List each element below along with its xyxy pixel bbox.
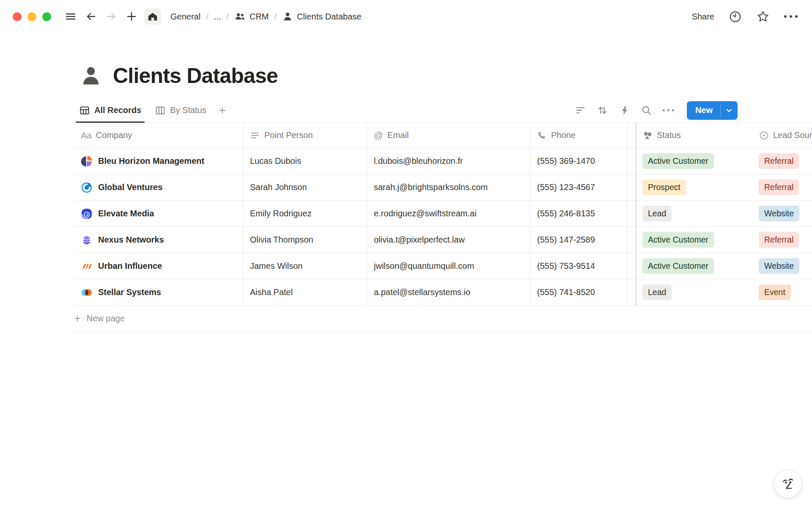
forward-icon[interactable]	[104, 9, 119, 24]
company-cell[interactable]: Global Ventures	[74, 174, 243, 200]
email-link[interactable]: l.dubois@bleuhorizon.fr	[374, 156, 463, 166]
point-person-cell[interactable]: Lucas Dubois	[243, 148, 367, 174]
breadcrumb-label: CRM	[250, 12, 269, 22]
favorite-star-icon[interactable]	[756, 10, 770, 23]
clock-updates-icon[interactable]	[729, 10, 742, 23]
lead-source-cell[interactable]: Website	[752, 201, 812, 226]
company-name[interactable]: Global Ventures	[98, 182, 162, 192]
breadcrumb-separator: /	[206, 12, 208, 22]
point-person-cell[interactable]: Emily Rodriguez	[243, 201, 367, 226]
point-person-cell[interactable]: James Wilson	[243, 253, 367, 279]
company-name[interactable]: Urban Influence	[98, 261, 162, 271]
breadcrumb-clients-database[interactable]: Clients Database	[280, 10, 363, 23]
email-cell[interactable]: sarah.j@brightsparksolns.com	[367, 174, 530, 200]
phone-cell[interactable]: (555) 741-8520	[530, 279, 627, 305]
phone-cell[interactable]: (555) 369-1470	[530, 148, 627, 174]
company-name[interactable]: Bleu Horizon Management	[98, 156, 204, 166]
email-link[interactable]: jwilson@quantumquill.com	[374, 261, 474, 271]
company-cell[interactable]: Stellar Systems	[74, 279, 243, 305]
add-view-icon[interactable]: +	[215, 104, 230, 117]
text-lines-icon	[250, 130, 260, 141]
status-cell[interactable]: Prospect	[636, 174, 752, 200]
zoom-window-button[interactable]	[42, 12, 51, 21]
more-options-icon[interactable]	[784, 15, 798, 18]
lead-source-cell[interactable]: Referral	[752, 227, 812, 253]
phone-link[interactable]: (555) 741-8520	[537, 287, 595, 297]
share-button[interactable]: Share	[692, 12, 714, 22]
minimize-window-button[interactable]	[27, 12, 36, 21]
new-record-button[interactable]: New	[687, 101, 738, 120]
company-name[interactable]: Stellar Systems	[98, 287, 161, 297]
column-header-email[interactable]: @Email	[367, 123, 530, 148]
table-row: Nexus Networks Olivia Thompson olivia.t@…	[74, 227, 812, 253]
close-window-button[interactable]	[13, 12, 22, 21]
point-person-cell[interactable]: Olivia Thompson	[243, 227, 367, 253]
company-logo-icon	[81, 234, 93, 246]
phone-cell[interactable]: (555) 753-9514	[530, 253, 627, 279]
column-header-point-person[interactable]: Point Person	[243, 123, 367, 148]
phone-cell[interactable]: (555) 123-4567	[530, 174, 627, 200]
email-cell[interactable]: l.dubois@bleuhorizon.fr	[367, 148, 530, 174]
column-header-status[interactable]: Status	[636, 123, 752, 148]
breadcrumb-general[interactable]: General	[169, 11, 202, 22]
filter-icon[interactable]	[573, 102, 589, 119]
email-link[interactable]: olivia.t@pixelperfect.law	[374, 235, 465, 245]
email-link[interactable]: a.patel@stellarsystems.io	[374, 287, 470, 297]
lead-source-cell[interactable]: Referral	[752, 174, 812, 200]
page-person-icon[interactable]	[79, 64, 103, 88]
email-cell[interactable]: jwilson@quantumquill.com	[367, 253, 530, 279]
tab-all-records[interactable]: All Records	[74, 98, 146, 122]
status-cell[interactable]: Lead	[636, 279, 752, 305]
email-link[interactable]: sarah.j@brightsparksolns.com	[374, 182, 488, 192]
breadcrumb-crm[interactable]: CRM	[233, 10, 271, 23]
breadcrumb-collapsed[interactable]: ...	[212, 11, 223, 22]
column-header-lead-source[interactable]: Lead Source	[752, 123, 812, 148]
company-name[interactable]: Nexus Networks	[98, 235, 164, 245]
status-cell[interactable]: Active Customer	[636, 227, 752, 253]
lead-source-cell[interactable]: Website	[752, 253, 812, 279]
lead-source-cell[interactable]: Referral	[752, 148, 812, 174]
tab-by-status[interactable]: By Status	[150, 98, 211, 122]
back-icon[interactable]	[83, 9, 99, 24]
phone-link[interactable]: (555) 147-2589	[537, 235, 595, 245]
phone-link[interactable]: (555) 246-8135	[537, 209, 595, 218]
column-header-phone[interactable]: Phone	[530, 123, 627, 148]
person-icon	[282, 11, 293, 22]
status-cell[interactable]: Active Customer	[636, 253, 752, 279]
email-cell[interactable]: a.patel@stellarsystems.io	[367, 279, 530, 305]
phone-cell[interactable]: (555) 147-2589	[530, 227, 627, 253]
search-icon[interactable]	[639, 102, 655, 119]
email-cell[interactable]: olivia.t@pixelperfect.law	[367, 227, 530, 253]
point-person-cell[interactable]: Aisha Patel	[243, 279, 367, 305]
company-cell[interactable]: Nexus Networks	[74, 227, 243, 253]
phone-link[interactable]: (555) 369-1470	[537, 156, 595, 166]
home-icon[interactable]	[144, 8, 161, 25]
sidebar-menu-icon[interactable]	[63, 9, 78, 24]
table-row: Global Ventures Sarah Johnson sarah.j@br…	[74, 174, 812, 201]
column-header-company[interactable]: AaCompany	[74, 123, 243, 148]
company-cell[interactable]: Bleu Horizon Management	[74, 148, 243, 174]
point-person-cell[interactable]: Sarah Johnson	[243, 174, 367, 200]
chevron-down-icon[interactable]	[721, 101, 738, 120]
view-more-icon[interactable]	[661, 102, 677, 119]
sort-icon[interactable]	[595, 102, 611, 119]
company-name[interactable]: Elevate Media	[98, 209, 154, 218]
bolt-icon[interactable]	[617, 102, 633, 119]
status-cell[interactable]: Active Customer	[636, 148, 752, 174]
status-badge: Lead	[642, 206, 672, 221]
phone-link[interactable]: (555) 753-9514	[537, 261, 595, 271]
company-cell[interactable]: Elevate Media	[74, 201, 243, 226]
notion-ai-face-button[interactable]	[774, 470, 802, 498]
new-tab-plus-icon[interactable]	[124, 9, 139, 24]
phone-link[interactable]: (555) 123-4567	[537, 182, 595, 192]
phone-cell[interactable]: (555) 246-8135	[530, 201, 627, 226]
company-cell[interactable]: Urban Influence	[74, 253, 243, 279]
lead-source-cell[interactable]: Event	[752, 279, 812, 305]
status-cell[interactable]: Lead	[636, 201, 752, 226]
breadcrumb-label: ...	[214, 12, 221, 22]
email-cell[interactable]: e.rodriguez@swiftstream.ai	[367, 201, 530, 226]
new-page-row[interactable]: + New page	[74, 306, 812, 332]
column-spacer	[627, 253, 636, 279]
column-label: Status	[657, 130, 681, 140]
email-link[interactable]: e.rodriguez@swiftstream.ai	[374, 209, 477, 218]
